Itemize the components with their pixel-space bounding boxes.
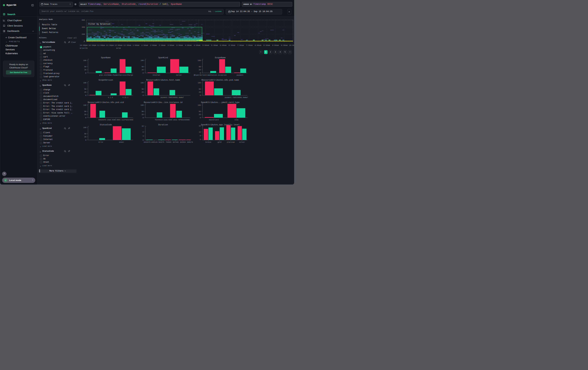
svg-text:100: 100 bbox=[83, 127, 86, 129]
svg-text:ResourceAttributes.k8s.pod.uid: ResourceAttributes.k8s.pod.uid bbox=[88, 101, 124, 104]
svg-text:ResourceAttributes.host.name: ResourceAttributes.host.name bbox=[146, 79, 180, 81]
svg-text:StatusCode: StatusCode bbox=[100, 124, 112, 126]
svg-text:5e02b5fb-13ae-4296-bbbc-111f42: 5e02b5fb-13ae-4296-bbbc-111f423c460d bbox=[98, 119, 133, 121]
svg-text:Error: Error bbox=[99, 141, 103, 143]
svg-text:platinum: platinum bbox=[227, 141, 235, 143]
svg-text:SpanKind: SpanKind bbox=[158, 57, 168, 59]
svg-text:11:30pm: 11:30pm bbox=[106, 44, 114, 46]
svg-text:9/15: 9/15 bbox=[116, 47, 121, 49]
svg-text:759085: 759085 bbox=[166, 141, 171, 143]
svg-text:6:00am: 6:00am bbox=[220, 44, 227, 46]
svg-text:0: 0 bbox=[85, 117, 86, 119]
svg-text:25: 25 bbox=[199, 69, 201, 71]
svg-text:@hyperdx/instrumentation-excep: @hyperdx/instrumentation-exception bbox=[194, 74, 227, 76]
svg-text:5:00am: 5:00am bbox=[202, 44, 209, 46]
svg-text:1:00am: 1:00am bbox=[133, 44, 139, 46]
svg-text:7:30am: 7:30am bbox=[246, 44, 253, 46]
svg-text:25: 25 bbox=[84, 114, 86, 116]
svg-text:0.1.0: 0.1.0 bbox=[108, 97, 113, 99]
svg-text:0: 0 bbox=[143, 139, 144, 141]
svg-text:25: 25 bbox=[142, 114, 144, 116]
svg-text:100: 100 bbox=[83, 82, 86, 84]
svg-text:50: 50 bbox=[199, 110, 201, 112]
svg-text:0: 0 bbox=[143, 94, 144, 96]
svg-text:3:30am: 3:30am bbox=[176, 44, 183, 46]
svg-text:50: 50 bbox=[84, 88, 86, 90]
svg-text:25: 25 bbox=[84, 69, 86, 71]
svg-text:SpanAttributes...yment.card_ty: SpanAttributes...yment.card_type bbox=[201, 101, 240, 104]
svg-text:10:00pm: 10:00pm bbox=[80, 44, 87, 46]
svg-text:10:00am: 10:00am bbox=[289, 44, 294, 46]
svg-text:50: 50 bbox=[142, 88, 144, 90]
svg-text:16: 16 bbox=[199, 131, 201, 133]
svg-text:2:30am: 2:30am bbox=[159, 44, 166, 46]
svg-text:0: 0 bbox=[143, 72, 144, 74]
svg-text:0: 0 bbox=[85, 72, 86, 74]
svg-text:100: 100 bbox=[198, 104, 201, 106]
svg-text:Unset: Unset bbox=[119, 141, 124, 143]
svg-text:25: 25 bbox=[142, 69, 144, 71]
svg-text:9:00am: 9:00am bbox=[272, 44, 279, 46]
svg-text:3:00am: 3:00am bbox=[168, 44, 174, 46]
svg-text:1405128: 1405128 bbox=[151, 141, 158, 143]
svg-text:25: 25 bbox=[199, 91, 201, 93]
svg-text:grpc.oteldemo.PaymentService/C: grpc.oteldemo.PaymentService/Charge bbox=[99, 74, 133, 76]
svg-text:200: 200 bbox=[82, 33, 85, 35]
svg-text:f5344ec9-a1ea-4290-a62a-78f5be: f5344ec9-a1ea-4290-a62a-78f5bee8d90b bbox=[155, 119, 190, 121]
svg-text:4: 4 bbox=[143, 135, 144, 137]
svg-text:7:00am: 7:00am bbox=[237, 44, 244, 46]
svg-text:8: 8 bbox=[143, 131, 144, 133]
svg-text:842654: 842654 bbox=[180, 141, 186, 143]
svg-text:12:00am: 12:00am bbox=[115, 44, 122, 46]
svg-text:silver: silver bbox=[239, 141, 245, 143]
svg-text:12:30am: 12:30am bbox=[123, 44, 131, 46]
svg-text:100: 100 bbox=[141, 82, 144, 84]
svg-text:600: 600 bbox=[82, 19, 85, 21]
svg-text:SpanAttributes.app.loyalty.lev: SpanAttributes.app.loyalty.level bbox=[201, 124, 240, 126]
svg-text:10:30pm: 10:30pm bbox=[88, 44, 96, 46]
svg-text:11:00pm: 11:00pm bbox=[97, 44, 105, 46]
svg-text:25: 25 bbox=[84, 91, 86, 93]
svg-text:0: 0 bbox=[200, 94, 201, 96]
svg-text:0: 0 bbox=[85, 94, 86, 96]
svg-text:9:30am: 9:30am bbox=[281, 44, 288, 46]
svg-text:400: 400 bbox=[82, 26, 85, 28]
svg-text:25: 25 bbox=[142, 91, 144, 93]
svg-text:0: 0 bbox=[200, 139, 201, 140]
svg-text:ResourceAttributes.k8s.pod.nam: ResourceAttributes.k8s.pod.name bbox=[202, 79, 239, 81]
svg-text:50: 50 bbox=[199, 88, 201, 90]
svg-text:50: 50 bbox=[84, 110, 86, 112]
svg-text:4:30am: 4:30am bbox=[194, 44, 200, 46]
svg-text:50: 50 bbox=[84, 66, 86, 68]
svg-text:807648: 807648 bbox=[173, 141, 178, 143]
svg-text:2:00am: 2:00am bbox=[150, 44, 157, 46]
svg-text:ResourceAttribu..ice.instance.: ResourceAttribu..ice.instance.id bbox=[144, 101, 182, 104]
svg-text:100: 100 bbox=[198, 82, 201, 84]
svg-text:gold: gold bbox=[218, 141, 221, 143]
svg-text:100: 100 bbox=[141, 60, 144, 61]
svg-text:0: 0 bbox=[85, 139, 86, 141]
svg-text:ScopeVersion: ScopeVersion bbox=[99, 79, 113, 81]
svg-text:SpanName: SpanName bbox=[101, 57, 111, 59]
svg-text:Internal: Internal bbox=[153, 74, 160, 76]
svg-text:ScopeName: ScopeName bbox=[215, 57, 226, 59]
svg-text:4:00am: 4:00am bbox=[185, 44, 192, 46]
svg-text:8: 8 bbox=[200, 135, 201, 137]
svg-text:1019375: 1019375 bbox=[144, 141, 150, 143]
svg-text:0: 0 bbox=[200, 72, 201, 74]
svg-text:100: 100 bbox=[141, 104, 144, 106]
svg-text:payment: payment bbox=[237, 74, 243, 76]
svg-text:9/14/25: 9/14/25 bbox=[80, 47, 87, 49]
svg-text:8:30am: 8:30am bbox=[263, 44, 270, 46]
svg-text:999176: 999176 bbox=[187, 141, 193, 143]
svg-text:16: 16 bbox=[142, 125, 144, 127]
svg-text:0: 0 bbox=[200, 117, 201, 119]
svg-text:8:00am: 8:00am bbox=[255, 44, 262, 46]
svg-text:100: 100 bbox=[83, 104, 86, 106]
svg-text:50: 50 bbox=[84, 133, 86, 135]
svg-text:25: 25 bbox=[199, 114, 201, 116]
svg-text:100: 100 bbox=[83, 60, 86, 61]
svg-text:0: 0 bbox=[84, 40, 85, 42]
svg-text:payment-7985c8969c-mwmw7: payment-7985c8969c-mwmw7 bbox=[160, 97, 184, 99]
svg-text:Duration: Duration bbox=[158, 124, 168, 126]
